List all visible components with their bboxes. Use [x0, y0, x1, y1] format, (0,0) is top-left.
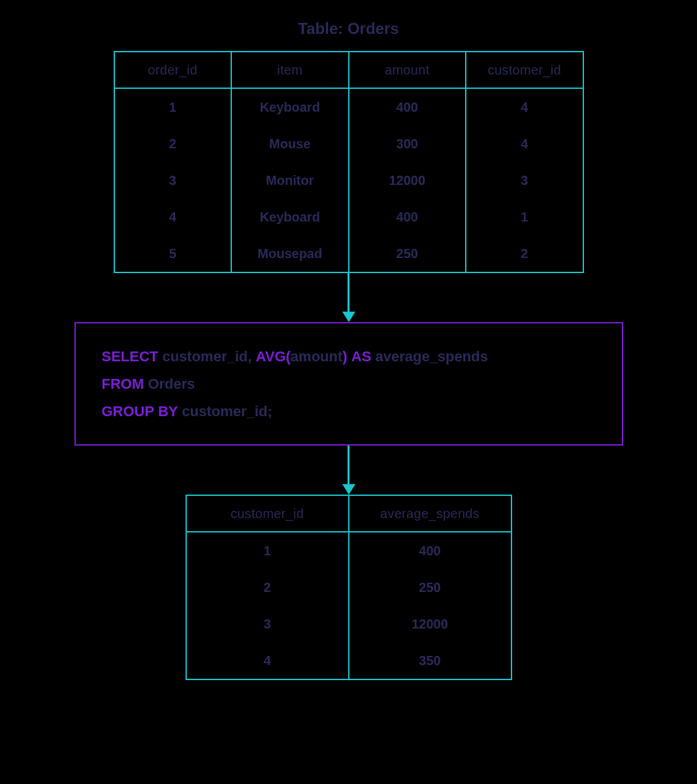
table-row: 3 Monitor 12000 3: [115, 162, 583, 199]
cell: 350: [349, 642, 511, 679]
cell: 12000: [349, 162, 467, 199]
sql-text: customer_id,: [162, 348, 251, 365]
sql-keyword: FROM: [102, 376, 144, 392]
cell: Mouse: [232, 125, 349, 162]
cell: Mousepad: [232, 235, 349, 272]
cell: 2: [466, 235, 583, 272]
sql-line: GROUP BY customer_id;: [102, 398, 596, 425]
sql-line: SELECT customer_id, AVG(amount) AS avera…: [102, 343, 596, 370]
cell: Keyboard: [232, 199, 349, 235]
flow-arrow-icon: [342, 446, 355, 495]
cell: Keyboard: [232, 89, 349, 125]
col-header: customer_id: [187, 496, 349, 531]
col-header: customer_id: [466, 52, 583, 88]
flow-arrow-icon: [342, 273, 355, 322]
cell: 4: [466, 125, 583, 162]
col-header: amount: [349, 52, 467, 88]
diagram-title: Table: Orders: [298, 20, 398, 38]
cell: 2: [187, 569, 349, 606]
sql-text: average_spends: [375, 348, 487, 365]
col-header: order_id: [115, 52, 233, 88]
cell: 3: [187, 606, 349, 642]
cell: 5: [115, 235, 233, 272]
sql-text: Orders: [148, 376, 195, 392]
table-row: 3 12000: [187, 606, 511, 642]
cell: 250: [349, 569, 511, 606]
table-row: 1 Keyboard 400 4: [115, 89, 583, 125]
sql-text: amount: [291, 348, 342, 365]
cell: 300: [349, 125, 467, 162]
result-table: customer_id average_spends 1 400 2 250 3…: [186, 495, 512, 680]
cell: 1: [466, 199, 583, 235]
table-row: 1 400: [187, 532, 511, 569]
sql-keyword: AS: [351, 348, 372, 365]
table-header-row: customer_id average_spends: [187, 496, 511, 532]
cell: 1: [187, 532, 349, 569]
col-header: average_spends: [349, 496, 511, 531]
cell: 400: [349, 532, 511, 569]
orders-table: order_id item amount customer_id 1 Keybo…: [114, 51, 584, 273]
cell: 4: [115, 199, 233, 235]
cell: 12000: [349, 606, 511, 642]
cell: Monitor: [232, 162, 349, 199]
sql-query-box: SELECT customer_id, AVG(amount) AS avera…: [74, 322, 623, 446]
sql-keyword: SELECT: [102, 348, 159, 365]
cell: 250: [349, 235, 467, 272]
col-header: item: [232, 52, 349, 88]
cell: 4: [187, 642, 349, 679]
cell: 3: [466, 162, 583, 199]
table-header-row: order_id item amount customer_id: [115, 52, 583, 89]
table-row: 4 350: [187, 642, 511, 679]
cell: 3: [115, 162, 233, 199]
cell: 1: [115, 89, 233, 125]
cell: 400: [349, 89, 467, 125]
cell: 4: [466, 89, 583, 125]
sql-keyword: GROUP BY: [102, 403, 178, 419]
table-row: 5 Mousepad 250 2: [115, 235, 583, 272]
table-row: 4 Keyboard 400 1: [115, 199, 583, 235]
table-row: 2 250: [187, 569, 511, 606]
cell: 400: [349, 199, 467, 235]
table-row: 2 Mouse 300 4: [115, 125, 583, 162]
sql-line: FROM Orders: [102, 370, 596, 398]
sql-keyword: AVG: [255, 348, 285, 365]
cell: 2: [115, 125, 233, 162]
sql-paren: (: [286, 348, 291, 365]
sql-paren: ): [342, 348, 347, 365]
sql-text: customer_id;: [182, 403, 272, 419]
